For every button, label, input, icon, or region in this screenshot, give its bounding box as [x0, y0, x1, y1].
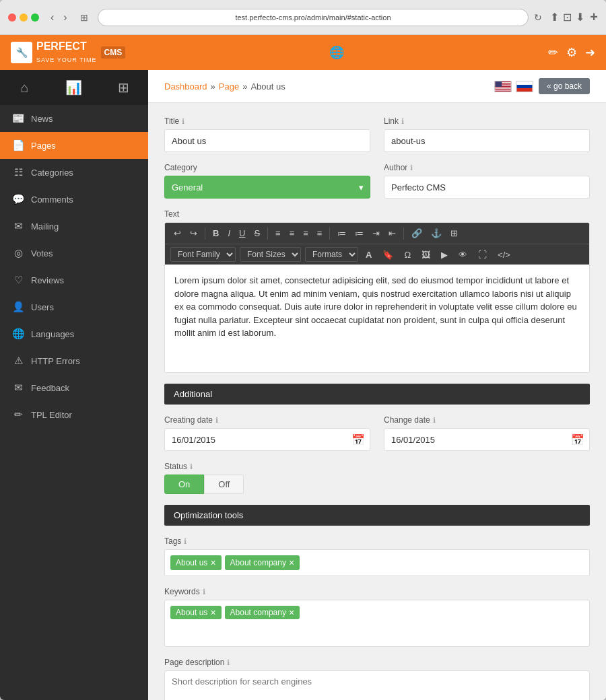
go-back-button[interactable]: « go back	[539, 78, 590, 94]
us-flag-icon[interactable]	[494, 81, 512, 92]
align-justify-button[interactable]: ≡	[314, 226, 326, 240]
tpl-editor-icon: ✏	[12, 409, 24, 421]
address-bar[interactable]: test.perfecto-cms.pro/admin/main/#static…	[98, 9, 529, 26]
sidebar-item-feedback[interactable]: ✉ Feedback	[0, 374, 148, 401]
sidebar-chart-button[interactable]: 📊	[49, 70, 98, 105]
font-sizes-select[interactable]: Font Sizes	[240, 247, 301, 262]
logout-header-button[interactable]: ➜	[585, 45, 595, 60]
font-color-button[interactable]: A	[362, 248, 375, 262]
globe-icon[interactable]: 🌐	[329, 45, 344, 60]
share-button[interactable]: ⬆	[550, 11, 559, 24]
link-group: Link ℹ	[384, 116, 590, 152]
breadcrumb: Dashboard » Page » About us	[164, 81, 285, 92]
source-button[interactable]: </>	[494, 248, 514, 262]
votes-icon: ◎	[12, 247, 24, 259]
browser-action-buttons: ⬆ ⊡ ⬇	[550, 11, 584, 24]
sidebar-item-reviews[interactable]: ♡ Reviews	[0, 267, 148, 293]
author-info-icon: ℹ	[410, 164, 413, 172]
keyword-about-company-remove[interactable]: ×	[289, 608, 294, 617]
sidebar-item-users[interactable]: 👤 Users	[0, 293, 148, 320]
indent-button[interactable]: ⇥	[369, 226, 383, 240]
link-input[interactable]	[384, 129, 590, 152]
sidebar-item-languages[interactable]: 🌐 Languages	[0, 320, 148, 347]
page-desc-textarea[interactable]	[164, 670, 590, 700]
back-nav-button[interactable]: ‹	[47, 10, 57, 25]
undo-button[interactable]: ↩	[170, 226, 184, 240]
close-traffic-light[interactable]	[8, 13, 16, 22]
sidebar-item-categories-label: Categories	[31, 168, 73, 178]
sidebar-item-pages[interactable]: 📄 Pages	[0, 132, 148, 159]
anchor-button[interactable]: ⚓	[428, 226, 445, 240]
sidebar-item-news[interactable]: 📰 News	[0, 105, 148, 132]
sidebar-item-mailing[interactable]: ✉ Mailing	[0, 213, 148, 240]
additional-section-header: Additional	[164, 384, 590, 405]
underline-button[interactable]: U	[236, 226, 248, 240]
unordered-list-button[interactable]: ≔	[334, 226, 349, 240]
outdent-button[interactable]: ⇤	[385, 226, 399, 240]
italic-button[interactable]: I	[224, 226, 234, 240]
edit-header-button[interactable]: ✏	[548, 45, 558, 60]
sidebar-item-comments-label: Comments	[31, 195, 73, 205]
media-button[interactable]: ▶	[438, 248, 451, 262]
table-button[interactable]: ⊞	[447, 226, 461, 240]
sidebar-item-http-errors[interactable]: ⚠ HTTP Errors	[0, 347, 148, 374]
status-off-button[interactable]: Off	[204, 475, 244, 494]
link-button[interactable]: 🔗	[408, 226, 426, 240]
formats-select[interactable]: Formats	[305, 247, 358, 262]
tags-label: Tags ℹ	[164, 536, 590, 546]
maximize-traffic-light[interactable]	[31, 13, 39, 22]
reader-button[interactable]: ⊡	[563, 11, 572, 24]
keywords-container[interactable]: About us × About company ×	[164, 600, 590, 647]
author-input[interactable]	[384, 176, 590, 199]
sidebar-item-comments[interactable]: 💬 Comments	[0, 186, 148, 213]
tab-switcher-button[interactable]: ⊞	[76, 11, 92, 24]
bookmark-button[interactable]: 🔖	[379, 248, 397, 262]
traffic-lights	[8, 13, 39, 22]
sidebar-item-categories[interactable]: ☷ Categories	[0, 159, 148, 186]
ordered-list-button[interactable]: ≔	[351, 226, 367, 240]
preview-button[interactable]: 👁	[455, 248, 471, 262]
reload-button[interactable]: ↻	[534, 12, 542, 23]
sidebar-item-votes[interactable]: ◎ Votes	[0, 240, 148, 267]
logo-icon: 🔧	[11, 42, 32, 63]
tags-container[interactable]: About us × About company ×	[164, 549, 590, 576]
title-input[interactable]	[164, 129, 370, 152]
pages-icon: 📄	[12, 139, 24, 151]
keyword-about-us-remove[interactable]: ×	[210, 608, 215, 617]
minimize-traffic-light[interactable]	[20, 13, 28, 22]
category-select[interactable]: General	[164, 176, 370, 199]
breadcrumb-page[interactable]: Page	[219, 81, 239, 92]
breadcrumb-dashboard[interactable]: Dashboard	[164, 81, 207, 92]
settings-header-button[interactable]: ⚙	[566, 45, 577, 60]
page-desc-group: Page description ℹ	[164, 658, 590, 700]
keywords-info-icon: ℹ	[203, 588, 205, 596]
sidebar-puzzle-button[interactable]: ⊞	[99, 70, 148, 105]
status-on-button[interactable]: On	[164, 475, 204, 494]
fullscreen-button[interactable]: ⛶	[475, 248, 490, 262]
special-char-button[interactable]: Ω	[401, 248, 414, 262]
creating-date-input[interactable]	[164, 428, 370, 451]
change-date-calendar-icon[interactable]: 📅	[571, 433, 584, 446]
svg-rect-12	[495, 90, 510, 91]
align-left-button[interactable]: ≡	[272, 226, 284, 240]
font-family-select[interactable]: Font Family	[170, 247, 236, 262]
change-date-input[interactable]	[384, 428, 590, 451]
redo-button[interactable]: ↪	[187, 226, 201, 240]
forward-nav-button[interactable]: ›	[60, 10, 70, 25]
tag-about-company-remove[interactable]: ×	[289, 558, 294, 567]
align-right-button[interactable]: ≡	[300, 226, 312, 240]
sidebar-item-tpl-editor[interactable]: ✏ TPL Editor	[0, 401, 148, 428]
new-tab-button[interactable]: +	[590, 9, 598, 25]
sidebar-home-button[interactable]: ⌂	[0, 70, 49, 105]
editor-body[interactable]: Lorem ipsum dolor sit amet, consectetur …	[165, 265, 589, 372]
http-errors-icon: ⚠	[12, 355, 24, 367]
align-center-button[interactable]: ≡	[286, 226, 298, 240]
profile-button[interactable]: ⬇	[576, 11, 584, 24]
image-button[interactable]: 🖼	[418, 248, 434, 262]
ru-flag-icon[interactable]	[516, 81, 533, 92]
flag-wrapper	[494, 81, 533, 92]
bold-button[interactable]: B	[209, 226, 222, 240]
tag-about-us-remove[interactable]: ×	[210, 558, 215, 567]
strikethrough-button[interactable]: S	[250, 226, 263, 240]
creating-date-calendar-icon[interactable]: 📅	[351, 433, 365, 446]
